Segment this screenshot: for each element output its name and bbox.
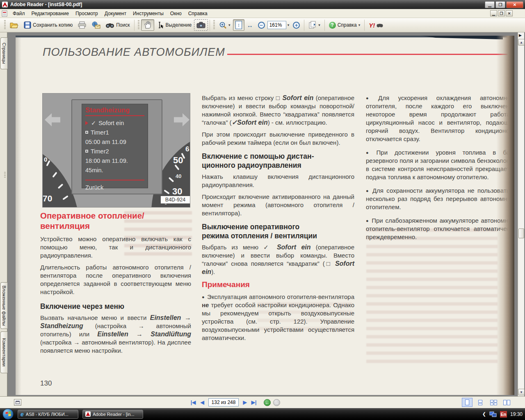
continuous-layout-button[interactable] (475, 398, 486, 407)
binoculars-small-icon (377, 23, 383, 27)
chapter-header: ПОЛЬЗОВАНИЕ АВТОМОБИЛЕМ (43, 46, 225, 59)
column-3: ●Для ускорения охлаждения автономного от… (366, 94, 514, 245)
taskbar: e AS8 - КЛУБ ЛЮБИ... Adobe Reader - [in.… (0, 408, 525, 420)
menu-row-back: Zurück (85, 183, 144, 192)
print-button[interactable] (75, 19, 89, 31)
subsection-heading: Включение через меню (40, 302, 191, 311)
fit-page-button[interactable]: ↕ (233, 19, 244, 31)
toolbar-grip[interactable] (213, 20, 215, 30)
toolbar: Сохранить копию Поиск Выделение ▾ ↕ ↔ − … (0, 18, 525, 32)
last-page-button[interactable]: ▶| (249, 398, 258, 406)
facing-layout-button[interactable] (501, 398, 512, 407)
zoom-out-button[interactable]: − (256, 19, 267, 31)
taskbar-button-browser[interactable]: e AS8 - КЛУБ ЛЮБИ... (18, 410, 78, 419)
text-select-icon (157, 21, 164, 29)
open-folder-icon (10, 21, 19, 29)
menu-edit[interactable]: Редактирование (28, 9, 72, 18)
menu-window[interactable]: Окно (167, 9, 185, 18)
taskbar-button-adobe-reader[interactable]: Adobe Reader - [in... (82, 410, 143, 419)
scroll-up-button[interactable]: ▲ (518, 39, 525, 46)
restore-button[interactable]: ❐ (495, 1, 505, 8)
zoom-tool-button[interactable]: ▾ (217, 19, 233, 31)
zoom-dropdown-icon[interactable]: ▾ (286, 23, 291, 27)
snapshot-button[interactable] (194, 19, 208, 31)
pane-options-button[interactable] (14, 399, 21, 406)
menu-file[interactable]: Файл (9, 9, 28, 18)
zoom-in-button[interactable]: + (290, 19, 302, 31)
paragraph: При этом происходит выключение приведенн… (202, 130, 354, 147)
note-paragraph: ●Эксплуатация автономного отопителя-вент… (202, 293, 354, 342)
create-pdf-button[interactable]: ▾ (306, 19, 323, 31)
open-button[interactable] (7, 19, 21, 31)
yahoo-icon: Y! (369, 22, 375, 29)
save-copy-button[interactable]: Сохранить копию (21, 19, 75, 31)
help-label: Справка (338, 22, 357, 28)
next-view-button[interactable]: → (273, 399, 280, 406)
paragraph: Происходит включение активированного на … (202, 193, 354, 217)
help-button[interactable]: ? Справка ▾ (326, 19, 363, 31)
single-page-layout-button[interactable] (462, 398, 472, 407)
bullet-icon: ● (366, 218, 369, 223)
yahoo-search-button[interactable]: Y! (366, 19, 386, 31)
page-left-shadow (16, 36, 21, 395)
doc-restore-button[interactable]: ❐ (498, 10, 505, 16)
next-page-button[interactable]: ▶ (240, 398, 249, 406)
page-number: 130 (40, 379, 52, 388)
notes-heading: Примечания (202, 280, 354, 290)
subsection-heading: Выключение оперативногорежима отопления … (202, 222, 354, 240)
system-tray: ❮ En 19:30 (482, 411, 523, 418)
email-button[interactable] (89, 19, 103, 31)
vertical-scrollbar[interactable]: ▶ ▲ ▼ (518, 32, 524, 396)
note-paragraph: ●Для сохранности аккумулятора не пользов… (366, 187, 514, 211)
menu-view[interactable]: Просмотр (72, 9, 101, 18)
previous-view-button[interactable]: ← (264, 399, 271, 406)
book-spine-shadow (496, 36, 514, 395)
first-page-button[interactable]: |◀ (189, 398, 198, 406)
adobe-reader-icon (85, 411, 91, 417)
start-button[interactable] (2, 409, 14, 420)
menu-document[interactable]: Документ (101, 9, 130, 18)
sidebar-tab-attachments[interactable]: Вложенные файлы (0, 282, 7, 329)
fit-width-button[interactable]: ↔ (244, 19, 256, 31)
hide-pane-arrow-icon[interactable]: ▶ (519, 33, 524, 38)
minimize-button[interactable]: ▁ (485, 1, 495, 8)
gauge-number: 50 (173, 155, 183, 166)
continuous-facing-layout-button[interactable] (488, 398, 499, 407)
zoom-level-field[interactable] (267, 21, 286, 29)
search-button[interactable]: Поиск (103, 19, 132, 31)
paragraph: Выбрать из меню строку □ Sofort ein (опе… (202, 94, 354, 127)
bullet-icon: ● (366, 150, 374, 155)
language-indicator[interactable]: En (500, 411, 507, 418)
toolbar-grip[interactable] (4, 20, 6, 30)
menu-tools[interactable]: Инструменты (130, 9, 167, 18)
network-icon[interactable] (489, 411, 497, 417)
previous-page-button[interactable]: ◀ (198, 398, 207, 406)
tray-chevron-icon[interactable]: ❮ (482, 411, 486, 417)
page-number-field[interactable] (208, 398, 239, 406)
menu-help[interactable]: Справка (185, 9, 211, 18)
header-rule (227, 54, 508, 55)
hand-tool-button[interactable] (141, 19, 154, 31)
scroll-down-button[interactable]: ▼ (518, 389, 525, 395)
scroll-thumb[interactable] (518, 228, 524, 238)
gauge-number: 40 (176, 173, 181, 179)
save-floppy-icon (24, 21, 31, 29)
select-tool-button[interactable]: Выделение (154, 19, 194, 31)
paragraph: Устройство можно оперативно включать как… (40, 235, 191, 260)
close-button[interactable]: ✕ (506, 1, 523, 8)
doc-close-button[interactable]: ✕ (506, 10, 513, 16)
checkbox-icon (85, 150, 88, 153)
clock[interactable]: 19:30 (510, 411, 523, 417)
toolbar-grip[interactable] (138, 20, 139, 30)
section-heading: Оперативное отопление/вентиляция (40, 210, 191, 231)
sidebar-tab-pages[interactable]: Страницы (0, 37, 7, 69)
display-screen: Standheizung ✓ Sofort ein Timer1 05:00 a… (82, 104, 148, 188)
sidebar-tab-comments[interactable]: Комментарии (0, 331, 7, 373)
gauge-number: 0 (44, 156, 47, 163)
gauge-number: 70 (43, 194, 52, 203)
doc-minimize-button[interactable]: ▁ (490, 10, 497, 16)
bleed-through-artifact (366, 228, 498, 368)
pane-splitter-handle[interactable] (4, 172, 6, 178)
fit-page-icon: ↕ (235, 21, 242, 29)
navigation-tab-strip: Страницы Вложенные файлы Комментарии (0, 32, 7, 396)
